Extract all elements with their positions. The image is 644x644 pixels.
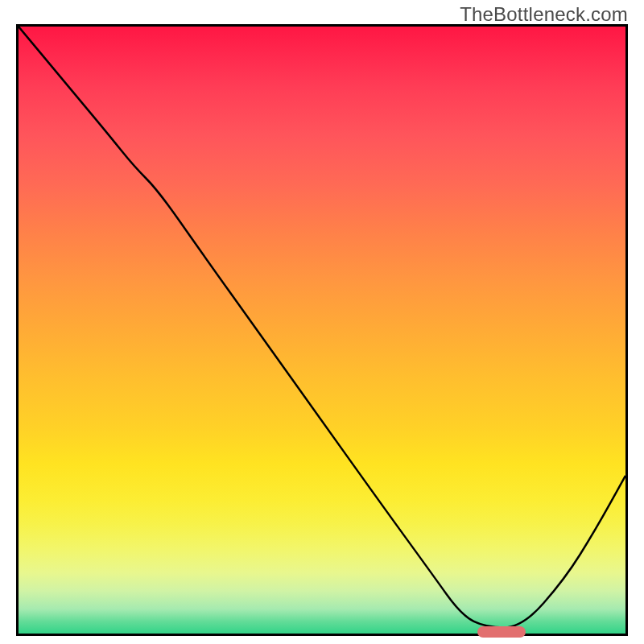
chart-frame: TheBottleneck.com: [0, 0, 644, 644]
bottleneck-curve: [19, 27, 625, 627]
optimal-marker: [477, 626, 526, 638]
plot-area: [16, 24, 628, 636]
curve-layer: [19, 27, 625, 634]
watermark-text: TheBottleneck.com: [460, 3, 628, 26]
